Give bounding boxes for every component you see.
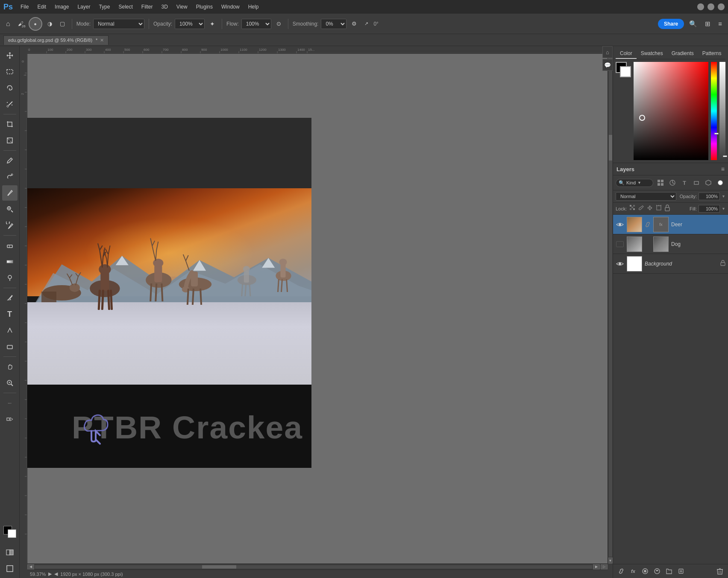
tab-patterns[interactable]: Patterns: [698, 49, 726, 59]
quick-mask-button[interactable]: [2, 545, 18, 560]
tool-text[interactable]: T: [2, 307, 18, 322]
layer-row-background[interactable]: Background: [613, 254, 728, 274]
brush-toggle[interactable]: ◑: [45, 19, 55, 29]
menu-view[interactable]: View: [175, 3, 189, 11]
brush-hardness[interactable]: ▢: [57, 19, 68, 29]
tool-spot-heal[interactable]: [2, 169, 18, 184]
filter-smart-icon[interactable]: [703, 178, 713, 188]
tool-clone-stamp[interactable]: [2, 201, 18, 217]
scrollbar-thumb-h[interactable]: [202, 565, 236, 569]
blend-mode-select[interactable]: Normal: [93, 19, 144, 29]
canvas-viewport[interactable]: PTBR Crackea: [27, 54, 608, 563]
menu-file[interactable]: File: [19, 3, 30, 11]
layer-row-dog[interactable]: Dog: [613, 234, 728, 254]
color-spectrum[interactable]: [634, 62, 708, 160]
wet-edges-button[interactable]: ⊙: [274, 19, 284, 29]
background-visibility-toggle[interactable]: [616, 261, 624, 267]
airbrush-button[interactable]: ✦: [207, 19, 217, 29]
menu-type[interactable]: Type: [97, 3, 112, 11]
smoothing-settings[interactable]: ⚙: [349, 19, 359, 29]
menu-edit[interactable]: Edit: [35, 3, 48, 11]
lock-all-icon[interactable]: [664, 204, 670, 213]
tool-history[interactable]: [2, 218, 18, 233]
background-swatch[interactable]: [620, 66, 631, 77]
color-picker-handle[interactable]: [639, 115, 645, 121]
new-layer-button[interactable]: [676, 566, 686, 576]
filter-pixel-icon[interactable]: [655, 178, 666, 188]
tool-toggle-extras[interactable]: [2, 412, 18, 427]
tab-swatches[interactable]: Swatches: [637, 49, 667, 59]
add-mask-button[interactable]: [640, 566, 650, 576]
layers-panel-menu[interactable]: ≡: [721, 166, 725, 172]
angle-button[interactable]: ↗: [362, 19, 371, 28]
menu-window[interactable]: Window: [220, 3, 241, 11]
horizontal-scrollbar[interactable]: ◀ ▶ ▷: [27, 563, 608, 569]
search-button[interactable]: 🔍: [687, 18, 700, 29]
hue-handle[interactable]: [714, 133, 719, 134]
tool-move[interactable]: [2, 48, 18, 63]
menu-image[interactable]: Image: [53, 3, 70, 11]
tab-color[interactable]: Color: [616, 49, 637, 59]
filter-adjustment-icon[interactable]: [667, 178, 678, 188]
tool-dodge[interactable]: [2, 270, 18, 286]
tool-eyedropper[interactable]: [2, 153, 18, 168]
layers-filter-input[interactable]: 🔍 Kind ▼: [616, 179, 653, 187]
layer-row-deer[interactable]: fx Deer: [613, 215, 728, 234]
lock-paint-icon[interactable]: [638, 204, 644, 213]
color-panel-menu[interactable]: ≡: [725, 49, 728, 59]
alpha-slider[interactable]: [719, 62, 725, 160]
hue-slider[interactable]: [711, 62, 717, 160]
menu-plugins[interactable]: Plugins: [194, 3, 214, 11]
flow-select[interactable]: 100%: [241, 19, 271, 29]
tool-shape[interactable]: [2, 339, 18, 354]
home-button[interactable]: ⌂: [3, 18, 13, 29]
screen-mode-button[interactable]: [2, 561, 18, 576]
lock-pixels-icon[interactable]: [629, 204, 636, 213]
tool-gradient[interactable]: [2, 254, 18, 269]
tool-select-rect[interactable]: [2, 64, 18, 79]
menu-3d[interactable]: 3D: [160, 3, 170, 11]
alpha-handle[interactable]: [723, 155, 727, 157]
tool-crop[interactable]: [2, 117, 18, 132]
tab-close-button[interactable]: ✕: [100, 38, 104, 43]
new-fill-button[interactable]: [652, 566, 662, 576]
scroll-left-button[interactable]: ◀: [27, 564, 34, 569]
tool-magic-wand[interactable]: [2, 96, 18, 112]
tool-lasso[interactable]: [2, 80, 18, 96]
filter-shape-icon[interactable]: [691, 178, 702, 188]
smoothing-select[interactable]: 0%: [321, 19, 346, 29]
scroll-down-button[interactable]: ▼: [608, 558, 613, 563]
layers-blend-mode-select[interactable]: Normal: [616, 192, 676, 201]
history-panel-icon[interactable]: ⌂: [602, 46, 613, 58]
panel-toggle-button[interactable]: ≡: [716, 18, 725, 29]
workspace-button[interactable]: ⊞: [702, 18, 713, 29]
scrollbar-thumb-v[interactable]: [609, 135, 612, 161]
tool-frame[interactable]: [2, 133, 18, 148]
minimize-button[interactable]: [697, 3, 704, 10]
scroll-jump-button[interactable]: ▷: [601, 564, 608, 569]
opacity-select[interactable]: 100%: [175, 19, 205, 29]
add-layer-style-button[interactable]: fx: [628, 566, 638, 576]
tool-hand[interactable]: [2, 359, 18, 374]
scroll-right-button[interactable]: ▶: [593, 564, 600, 569]
lock-artboard-icon[interactable]: [655, 204, 662, 213]
tool-extra[interactable]: ···: [2, 395, 18, 411]
tool-brush[interactable]: [2, 185, 18, 201]
vertical-scrollbar[interactable]: ▲ ▼: [608, 54, 613, 563]
tool-path-select[interactable]: [2, 323, 18, 338]
tab-gradients[interactable]: Gradients: [667, 49, 698, 59]
new-group-button[interactable]: [664, 566, 674, 576]
link-layers-button[interactable]: [616, 566, 626, 576]
brush-preset-picker[interactable]: 🖌 26: [15, 19, 26, 29]
lock-move-icon[interactable]: [646, 204, 653, 213]
brush-size-button[interactable]: ●: [29, 17, 42, 31]
menu-select[interactable]: Select: [117, 3, 134, 11]
tool-pen[interactable]: [2, 290, 18, 306]
maximize-button[interactable]: [707, 3, 714, 10]
tool-eraser[interactable]: [2, 238, 18, 253]
menu-filter[interactable]: Filter: [140, 3, 155, 11]
delete-layer-button[interactable]: [715, 566, 725, 576]
filter-color-dot[interactable]: [715, 178, 725, 188]
comment-icon[interactable]: 💬: [602, 59, 613, 71]
filter-text-icon[interactable]: T: [679, 178, 690, 188]
